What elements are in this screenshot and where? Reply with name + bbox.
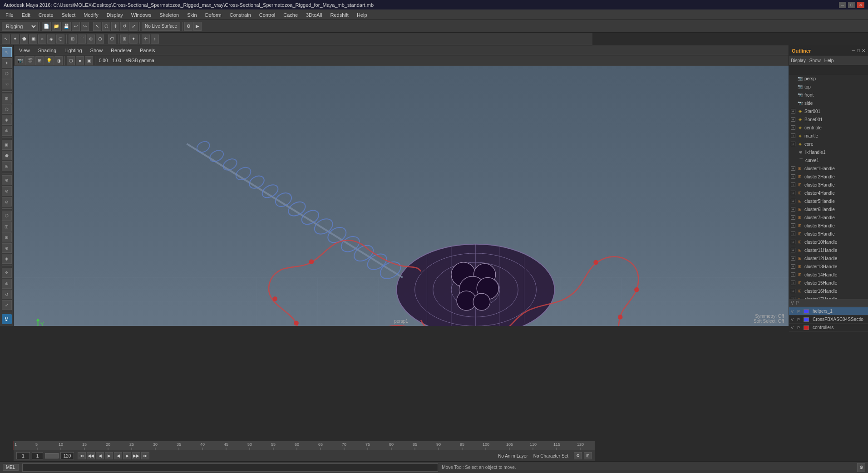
history-button[interactable]: ⏱ bbox=[108, 34, 116, 44]
anim-end-field[interactable] bbox=[60, 452, 74, 459]
lt-btn7[interactable]: ◈ bbox=[2, 115, 12, 125]
menu-constrain[interactable]: Constrain bbox=[226, 11, 255, 19]
outliner-item-cluster5[interactable]: + ⊞ cluster5Handle bbox=[789, 197, 868, 205]
expand-cluster5[interactable]: + bbox=[791, 199, 795, 203]
outliner-menu-display[interactable]: Display bbox=[791, 58, 806, 63]
expand-star001[interactable]: + bbox=[791, 109, 795, 113]
expand-mantle[interactable]: + bbox=[791, 133, 795, 138]
circle-select-button[interactable]: ○ bbox=[38, 34, 46, 44]
expand-cluster6[interactable]: + bbox=[791, 207, 795, 212]
go-to-start-button[interactable]: ⏮ bbox=[78, 452, 86, 459]
lt-btn12[interactable]: ⊕ bbox=[2, 175, 12, 185]
expand-core[interactable]: + bbox=[791, 142, 795, 146]
status-settings-button[interactable]: ⚙ bbox=[857, 463, 865, 472]
outliner-item-front[interactable]: 📷 front bbox=[789, 91, 868, 99]
layer-helpers1[interactable]: V P helpers_1 bbox=[789, 307, 868, 315]
layer-controllers[interactable]: V P controllers bbox=[789, 324, 868, 332]
lt-btn11[interactable]: ⊞ bbox=[2, 161, 12, 171]
go-to-end-button[interactable]: ⏭ bbox=[141, 452, 149, 459]
menu-modify[interactable]: Modify bbox=[80, 11, 102, 19]
outliner-item-cluster7[interactable]: + ⊞ cluster7Handle bbox=[789, 213, 868, 222]
redo-button[interactable]: ↪ bbox=[81, 22, 89, 31]
viewport[interactable]: View Shading Lighting Show Renderer Pane… bbox=[14, 45, 789, 326]
vp-camera-button[interactable]: 📷 bbox=[15, 56, 25, 65]
outliner-minimize-button[interactable]: ─ bbox=[852, 48, 855, 53]
play-button[interactable]: ▶ bbox=[105, 452, 113, 459]
lt-btn17[interactable]: ⊞ bbox=[2, 232, 12, 242]
lasso-tool-button[interactable]: ⬡ bbox=[102, 22, 110, 31]
expand-cluster7[interactable]: + bbox=[791, 215, 795, 220]
snap-curve-button[interactable]: ⌒ bbox=[78, 34, 86, 44]
outliner-item-cluster6[interactable]: + ⊞ cluster6Handle bbox=[789, 205, 868, 213]
anim-extra-button[interactable]: ⊞ bbox=[584, 452, 592, 459]
undo-button[interactable]: ↩ bbox=[72, 22, 80, 31]
box-select-button[interactable]: ▣ bbox=[29, 34, 37, 44]
vp-shading-button[interactable]: ◑ bbox=[54, 56, 63, 65]
xform-button[interactable]: ⊞ bbox=[120, 34, 128, 44]
vp-film-button[interactable]: 🎬 bbox=[25, 56, 35, 65]
menu-display[interactable]: Display bbox=[103, 11, 127, 19]
snap-point-button[interactable]: ⊕ bbox=[87, 34, 95, 44]
close-button[interactable]: ✕ bbox=[857, 2, 864, 8]
vp-menu-lighting[interactable]: Lighting bbox=[61, 47, 86, 54]
layer-crossfbx[interactable]: V P CrossFBXASC04SSectio bbox=[789, 315, 868, 324]
menu-create[interactable]: Create bbox=[35, 11, 57, 19]
selection-mode-button[interactable]: ↖ bbox=[2, 34, 10, 44]
outliner-item-persp[interactable]: 📷 persp bbox=[789, 74, 868, 83]
anim-current-field[interactable] bbox=[32, 452, 43, 459]
outliner-item-top[interactable]: 📷 top bbox=[789, 83, 868, 91]
anim-settings-button[interactable]: ⚙ bbox=[574, 452, 582, 459]
no-live-surface-button[interactable]: No Live Surface bbox=[142, 22, 180, 31]
outliner-item-cluster8[interactable]: + ⊞ cluster8Handle bbox=[789, 222, 868, 230]
menu-3dtoall[interactable]: 3DtoAll bbox=[302, 11, 326, 19]
vp-texture-button[interactable]: ▣ bbox=[85, 56, 93, 65]
outliner-item-cluster14[interactable]: + ⊞ cluster14Handle bbox=[789, 271, 868, 279]
expand-cluster11[interactable]: + bbox=[791, 248, 795, 252]
outliner-item-cluster12[interactable]: + ⊞ cluster12Handle bbox=[789, 254, 868, 262]
select-tool-button[interactable]: ↖ bbox=[93, 22, 101, 31]
anim-start-field[interactable] bbox=[16, 452, 30, 459]
outliner-item-cluster1[interactable]: + ⊞ cluster1Handle bbox=[789, 164, 868, 172]
lt-btn6[interactable]: ⬡ bbox=[2, 104, 12, 114]
menu-select[interactable]: Select bbox=[58, 11, 79, 19]
outliner-item-cluster2[interactable]: + ⊞ cluster2Handle bbox=[789, 172, 868, 181]
vp-menu-show[interactable]: Show bbox=[87, 47, 107, 54]
outliner-item-bone001[interactable]: + ◈ Bone001 bbox=[789, 115, 868, 123]
save-button[interactable]: 💾 bbox=[62, 22, 71, 31]
next-key-button[interactable]: ▶▶ bbox=[132, 452, 140, 459]
menu-skin[interactable]: Skin bbox=[183, 11, 200, 19]
lt-btn15[interactable]: ⬡ bbox=[2, 211, 12, 221]
vp-light-button[interactable]: 💡 bbox=[44, 56, 54, 65]
menu-deform[interactable]: Deform bbox=[202, 11, 225, 19]
outliner-item-core[interactable]: + ◈ core bbox=[789, 140, 868, 148]
menu-help[interactable]: Help bbox=[353, 11, 371, 19]
outliner-item-cluster17[interactable]: + ⊞ cluster17Handle bbox=[789, 295, 868, 299]
select-mode-button[interactable]: ↖ bbox=[2, 47, 12, 57]
outliner-item-cluster13[interactable]: + ⊞ cluster13Handle bbox=[789, 262, 868, 271]
vp-grid-button[interactable]: ⊞ bbox=[35, 56, 44, 65]
grab-button[interactable]: ☜ bbox=[2, 79, 12, 89]
outliner-maximize-button[interactable]: □ bbox=[857, 48, 860, 53]
outliner-item-ikhandle1[interactable]: ⊕ ikHandle1 bbox=[789, 148, 868, 156]
outliner-item-cluster10[interactable]: + ⊞ cluster10Handle bbox=[789, 238, 868, 246]
prev-key-button[interactable]: ◀◀ bbox=[87, 452, 95, 459]
outliner-close-button[interactable]: ✕ bbox=[862, 48, 865, 53]
outliner-item-centriole[interactable]: + ◈ centriole bbox=[789, 123, 868, 132]
lt-btn16[interactable]: ◫ bbox=[2, 222, 12, 232]
menu-control[interactable]: Control bbox=[256, 11, 279, 19]
vp-menu-panels[interactable]: Panels bbox=[136, 47, 159, 54]
render-button[interactable]: ▶ bbox=[193, 22, 202, 31]
polygon-mode-button[interactable]: ⬡ bbox=[56, 34, 64, 44]
expand-cluster9[interactable]: + bbox=[791, 232, 795, 236]
lt-btn21[interactable]: ⊕ bbox=[2, 279, 12, 289]
lt-btn10[interactable]: ⬟ bbox=[2, 151, 12, 161]
active-tool-button[interactable]: ◈ bbox=[47, 34, 55, 44]
lt-btn5[interactable]: ⊞ bbox=[2, 94, 12, 103]
expand-cluster8[interactable]: + bbox=[791, 223, 795, 228]
expand-cluster3[interactable]: + bbox=[791, 182, 795, 187]
outliner-item-cluster4[interactable]: + ⊞ cluster4Handle bbox=[789, 189, 868, 197]
command-line-input[interactable] bbox=[22, 463, 439, 472]
lt-btn19[interactable]: ◈ bbox=[2, 254, 12, 264]
outliner-item-side[interactable]: 📷 side bbox=[789, 99, 868, 107]
snap-grid-button[interactable]: ⊞ bbox=[69, 34, 77, 44]
